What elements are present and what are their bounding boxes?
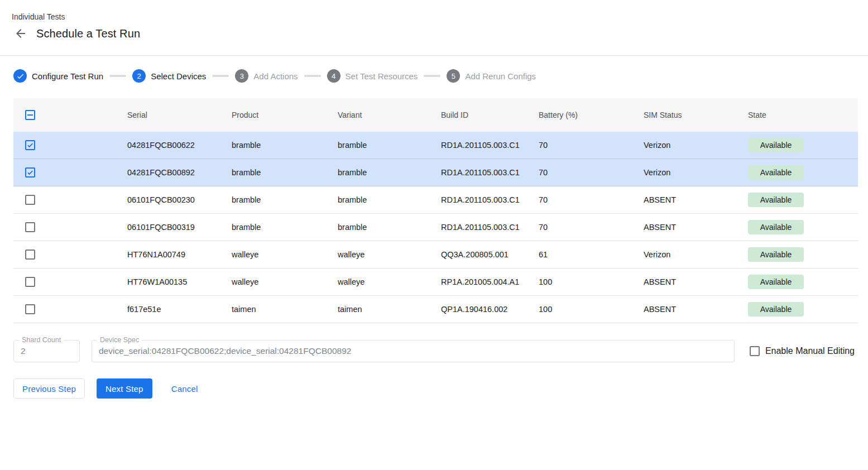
step-label: Set Test Resources	[346, 71, 418, 81]
cell-serial: 04281FQCB00622	[127, 141, 232, 150]
step-4-pending[interactable]: 4 Set Test Resources	[327, 69, 418, 83]
cell-serial: 06101FQCB00319	[127, 223, 232, 232]
cell-variant: walleye	[338, 250, 441, 259]
cell-build-id: RD1A.201105.003.C1	[441, 195, 539, 204]
device-spec-value: device_serial:04281FQCB00622;device_seri…	[92, 340, 734, 362]
device-table: SerialProductVariantBuild IDBattery (%)S…	[13, 98, 858, 323]
state-badge: Available	[748, 193, 804, 207]
next-step-button[interactable]: Next Step	[97, 378, 152, 399]
cell-serial: HT76W1A00135	[127, 277, 232, 286]
cell-build-id: QQ3A.200805.001	[441, 250, 539, 259]
shard-count-field[interactable]: Shard Count 2	[13, 340, 80, 362]
cell-sim-status: ABSENT	[644, 305, 748, 314]
cell-serial: HT76N1A00749	[127, 250, 232, 259]
cell-sim-status: Verizon	[644, 141, 748, 150]
arrow-back-icon	[14, 27, 27, 40]
cell-sim-status: Verizon	[644, 250, 748, 259]
manual-editing-label: Enable Manual Editing	[765, 346, 855, 356]
cell-sim-status: ABSENT	[644, 277, 748, 286]
cell-build-id: QP1A.190416.002	[441, 305, 539, 314]
column-header-build-id: Build ID	[441, 111, 539, 119]
step-indicator	[13, 69, 27, 83]
stepper: Configure Test Run 2 Select Devices 3 Ad…	[13, 69, 855, 83]
state-badge: Available	[748, 220, 804, 234]
step-2-active[interactable]: 2 Select Devices	[132, 69, 206, 83]
table-row[interactable]: f617e51e taimen taimen QP1A.190416.002 1…	[13, 296, 858, 323]
step-connector	[304, 75, 321, 77]
cell-variant: bramble	[338, 168, 441, 177]
step-label: Add Rerun Configs	[465, 71, 536, 81]
cell-build-id: RD1A.201105.003.C1	[441, 168, 539, 177]
column-header-battery: Battery (%)	[539, 111, 644, 119]
table-header-row: SerialProductVariantBuild IDBattery (%)S…	[13, 98, 858, 132]
cell-product: walleye	[232, 277, 338, 286]
cell-battery: 70	[539, 195, 644, 204]
cancel-button[interactable]: Cancel	[171, 378, 198, 399]
row-checkbox[interactable]	[25, 222, 35, 232]
manual-editing-checkbox[interactable]	[750, 346, 760, 356]
back-button[interactable]	[14, 27, 27, 40]
step-label: Add Actions	[253, 71, 298, 81]
device-spec-field[interactable]: Device Spec device_serial:04281FQCB00622…	[92, 340, 735, 362]
column-header-state: State	[748, 111, 858, 119]
device-spec-form: Shard Count 2 Device Spec device_serial:…	[13, 340, 855, 362]
cell-variant: taimen	[338, 305, 441, 314]
cell-build-id: RP1A.201005.004.A1	[441, 277, 539, 286]
cell-battery: 61	[539, 250, 644, 259]
row-checkbox[interactable]	[25, 250, 35, 260]
device-spec-label: Device Spec	[97, 336, 142, 344]
state-badge: Available	[748, 165, 804, 180]
breadcrumb[interactable]: Individual Tests	[12, 12, 65, 21]
step-indicator: 4	[327, 69, 341, 83]
table-body: 04281FQCB00622 bramble bramble RD1A.2011…	[13, 132, 858, 323]
cell-sim-status: Verizon	[644, 168, 748, 177]
step-label: Select Devices	[151, 71, 206, 81]
cell-battery: 70	[539, 223, 644, 232]
cell-product: bramble	[232, 141, 338, 150]
table-row[interactable]: 06101FQCB00319 bramble bramble RD1A.2011…	[13, 214, 858, 241]
state-badge: Available	[748, 275, 804, 289]
cell-build-id: RD1A.201105.003.C1	[441, 141, 539, 150]
cell-product: walleye	[232, 250, 338, 259]
state-badge: Available	[748, 138, 804, 152]
step-indicator: 3	[235, 69, 248, 83]
cell-serial: 04281FQCB00892	[127, 168, 232, 177]
table-row[interactable]: 06101FQCB00230 bramble bramble RD1A.2011…	[13, 186, 858, 214]
enable-manual-editing[interactable]: Enable Manual Editing	[750, 346, 855, 356]
row-checkbox[interactable]	[25, 195, 35, 205]
step-connector	[212, 75, 229, 77]
cell-product: bramble	[232, 223, 338, 232]
step-3-pending[interactable]: 3 Add Actions	[235, 69, 298, 83]
row-checkbox[interactable]	[25, 277, 35, 287]
table-row[interactable]: HT76W1A00135 walleye walleye RP1A.201005…	[13, 268, 858, 296]
table-row[interactable]: 04281FQCB00892 bramble bramble RD1A.2011…	[13, 159, 858, 186]
column-header-sim-status: SIM Status	[644, 111, 748, 119]
step-1-completed[interactable]: Configure Test Run	[13, 69, 103, 83]
step-connector	[109, 75, 126, 77]
cell-variant: bramble	[338, 195, 441, 204]
table-row[interactable]: HT76N1A00749 walleye walleye QQ3A.200805…	[13, 241, 858, 268]
step-label: Configure Test Run	[32, 71, 103, 81]
cell-product: bramble	[232, 168, 338, 177]
row-checkbox[interactable]	[25, 167, 35, 178]
step-indicator: 2	[132, 69, 146, 83]
cell-variant: walleye	[338, 277, 441, 286]
column-header-product: Product	[232, 111, 338, 119]
table-row[interactable]: 04281FQCB00622 bramble bramble RD1A.2011…	[13, 132, 858, 159]
step-indicator: 5	[447, 69, 460, 83]
cell-sim-status: ABSENT	[644, 195, 748, 204]
select-all-checkbox[interactable]	[25, 110, 35, 120]
cell-serial: f617e51e	[127, 305, 232, 314]
cell-battery: 100	[539, 305, 644, 314]
cell-product: bramble	[232, 195, 338, 204]
checkmark-icon	[26, 141, 34, 150]
cell-variant: bramble	[338, 223, 441, 232]
column-header-serial: Serial	[127, 111, 232, 119]
page-header: Individual Tests Schedule a Test Run	[0, 0, 868, 56]
row-checkbox[interactable]	[25, 140, 35, 150]
step-connector	[424, 75, 440, 77]
row-checkbox[interactable]	[25, 304, 35, 314]
cell-battery: 70	[539, 168, 644, 177]
step-5-pending[interactable]: 5 Add Rerun Configs	[447, 69, 536, 83]
previous-step-button[interactable]: Previous Step	[13, 378, 85, 399]
